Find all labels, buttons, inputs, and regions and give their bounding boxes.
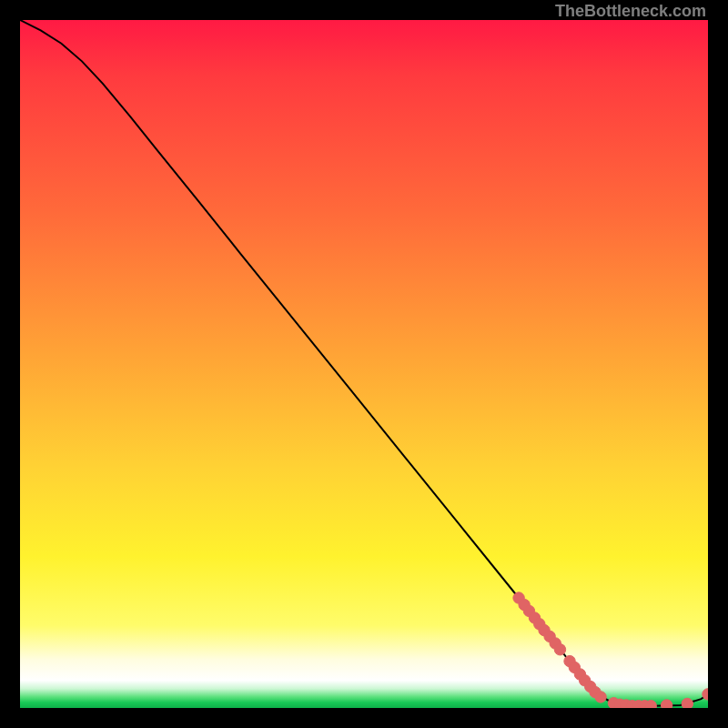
bottleneck-curve <box>20 20 708 706</box>
data-point <box>645 701 656 708</box>
chart-overlay <box>20 20 708 708</box>
data-point <box>661 700 672 708</box>
data-point <box>595 692 606 703</box>
data-point <box>682 698 693 708</box>
data-point <box>554 644 565 655</box>
data-markers <box>513 592 708 708</box>
attribution-text: TheBottleneck.com <box>555 2 706 21</box>
chart-stage: TheBottleneck.com <box>0 0 728 728</box>
